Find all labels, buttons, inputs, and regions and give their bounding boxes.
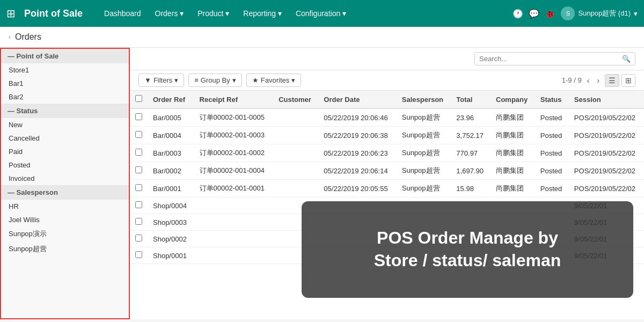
groupby-arrow-icon: ▾	[232, 76, 236, 84]
filter-bar-left: ▼ Filters ▾ ≡ Group By ▾ ★ Favorites ▾	[138, 74, 301, 87]
row-checkbox[interactable]	[135, 166, 142, 173]
row-checkbox[interactable]	[135, 251, 142, 258]
header-receipt-ref: Receipt Ref	[194, 91, 274, 108]
sidebar-item-paid[interactable]: Paid	[1, 145, 129, 158]
table-row[interactable]: Bar/0004 订单00002-001-0003 05/22/2019 20:…	[130, 127, 644, 144]
sidebar-item-posted[interactable]: Posted	[1, 158, 129, 172]
sidebar-item-hr[interactable]: HR	[1, 200, 129, 213]
cell-total: 23.96	[451, 108, 491, 127]
menu-product[interactable]: Product ▾	[191, 6, 236, 21]
row-checkbox-cell[interactable]	[130, 127, 148, 144]
row-checkbox[interactable]	[135, 149, 142, 156]
sidebar-item-new[interactable]: New	[1, 118, 129, 131]
sidebar-section-salesperson: — Salesperson	[1, 185, 129, 200]
row-checkbox-cell[interactable]	[130, 214, 148, 231]
breadcrumb-label: Orders	[15, 32, 41, 42]
cell-company: 尚鹏集团	[491, 144, 535, 162]
row-checkbox-cell[interactable]	[130, 231, 148, 247]
cell-order-date: 05/22/2019 20:06:46	[318, 108, 396, 127]
cell-company: 尚鹏集团	[491, 162, 535, 180]
breadcrumb-back-icon[interactable]: ‹	[9, 33, 11, 41]
row-checkbox-cell[interactable]	[130, 247, 148, 264]
favorites-star-icon: ★	[252, 76, 259, 84]
user-menu[interactable]: S Sunpop超营 (d1) ▾	[561, 6, 638, 20]
cell-customer	[273, 127, 318, 144]
table-row[interactable]: Bar/0005 订单00002-001-0005 05/22/2019 20:…	[130, 108, 644, 127]
cell-receipt-ref: 订单00002-001-0001	[194, 180, 274, 197]
cell-total: 1,697.90	[451, 162, 491, 180]
row-checkbox-cell[interactable]	[130, 108, 148, 127]
cell-receipt-ref: 订单00002-001-0002	[194, 144, 274, 162]
menu-configuration[interactable]: Configuration ▾	[289, 6, 353, 21]
sidebar-item-invoiced[interactable]: Invoiced	[1, 172, 129, 185]
row-checkbox-cell[interactable]	[130, 197, 148, 214]
bug-icon[interactable]: 🐞	[545, 9, 555, 19]
row-checkbox[interactable]	[135, 201, 142, 208]
header-salesperson: Salesperson	[397, 91, 451, 108]
menu-reporting[interactable]: Reporting ▾	[237, 6, 288, 21]
topnav-right-actions: 🕐 💬 🐞 S Sunpop超营 (d1) ▾	[513, 6, 638, 20]
filter-funnel-icon: ▼	[144, 76, 151, 84]
top-navigation: ⊞ Point of Sale Dashboard Orders ▾ Produ…	[0, 0, 644, 27]
cell-receipt-ref	[194, 197, 274, 214]
groupby-button[interactable]: ≡ Group By ▾	[188, 74, 242, 87]
row-checkbox-cell[interactable]	[130, 180, 148, 197]
favorites-label: Favorites	[261, 76, 289, 84]
row-checkbox[interactable]	[135, 235, 142, 241]
header-company: Company	[491, 91, 535, 108]
row-checkbox[interactable]	[135, 113, 142, 120]
menu-orders[interactable]: Orders ▾	[149, 6, 191, 21]
cell-customer	[273, 162, 318, 180]
cell-order-ref: Shop/0001	[148, 247, 194, 264]
row-checkbox-cell[interactable]	[130, 144, 148, 162]
cell-order-date: 05/22/2019 20:06:38	[318, 127, 396, 144]
row-checkbox[interactable]	[135, 184, 142, 191]
sidebar: — Point of Sale Store1 Bar1 Bar2 — Statu…	[0, 48, 130, 319]
cell-order-ref: Shop/0004	[148, 197, 194, 214]
search-input[interactable]	[479, 55, 622, 63]
pagination-text: 1-9 / 9	[562, 76, 582, 84]
cell-receipt-ref	[194, 247, 274, 264]
sidebar-item-sunpop-demo[interactable]: Sunpop演示	[1, 226, 129, 241]
sidebar-item-store1[interactable]: Store1	[1, 63, 129, 77]
sidebar-item-joel[interactable]: Joel Willis	[1, 213, 129, 226]
search-icon[interactable]: 🔍	[622, 55, 631, 63]
cell-status: Posted	[535, 127, 569, 144]
user-label: Sunpop超营 (d1)	[578, 9, 631, 18]
main-layout: — Point of Sale Store1 Bar1 Bar2 — Statu…	[0, 48, 644, 319]
grid-view-button[interactable]: ⊞	[621, 74, 635, 87]
grid-icon[interactable]: ⊞	[6, 7, 16, 20]
row-checkbox[interactable]	[135, 131, 142, 138]
chat-icon[interactable]: 💬	[529, 9, 539, 19]
cell-company: 尚鹏集团	[491, 127, 535, 144]
sidebar-item-bar1[interactable]: Bar1	[1, 77, 129, 90]
row-checkbox-cell[interactable]	[130, 162, 148, 180]
cell-session: POS/2019/05/22/02	[569, 127, 644, 144]
sidebar-item-bar2[interactable]: Bar2	[1, 90, 129, 104]
table-row[interactable]: Bar/0002 订单00002-001-0004 05/22/2019 20:…	[130, 162, 644, 180]
search-box: 🔍	[474, 52, 635, 65]
pagination-prev[interactable]: ‹	[585, 75, 592, 86]
sidebar-item-sunpop-admin[interactable]: Sunpop超营	[1, 241, 129, 257]
table-row[interactable]: Bar/0001 订单00002-001-0001 05/22/2019 20:…	[130, 180, 644, 197]
cell-receipt-ref	[194, 214, 274, 231]
cell-receipt-ref	[194, 231, 274, 247]
breadcrumb: ‹ Orders	[0, 27, 644, 48]
cell-salesperson: Sunpop超营	[397, 162, 451, 180]
cell-order-ref: Bar/0004	[148, 127, 194, 144]
select-all-checkbox[interactable]	[135, 95, 142, 102]
clock-icon[interactable]: 🕐	[513, 9, 523, 19]
sidebar-item-cancelled[interactable]: Cancelled	[1, 131, 129, 145]
menu-dashboard[interactable]: Dashboard	[98, 6, 148, 21]
row-checkbox[interactable]	[135, 218, 142, 225]
header-status: Status	[535, 91, 569, 108]
pagination-next[interactable]: ›	[595, 75, 602, 86]
table-row[interactable]: Bar/0003 订单00002-001-0002 05/22/2019 20:…	[130, 144, 644, 162]
header-order-ref: Order Ref	[148, 91, 194, 108]
cell-salesperson: Sunpop超营	[397, 108, 451, 127]
list-view-button[interactable]: ☰	[605, 74, 619, 87]
filters-button[interactable]: ▼ Filters ▾	[138, 74, 184, 87]
sidebar-section-status: — Status	[1, 104, 129, 118]
favorites-button[interactable]: ★ Favorites ▾	[246, 74, 301, 87]
cell-session: POS/2019/05/22/02	[569, 108, 644, 127]
